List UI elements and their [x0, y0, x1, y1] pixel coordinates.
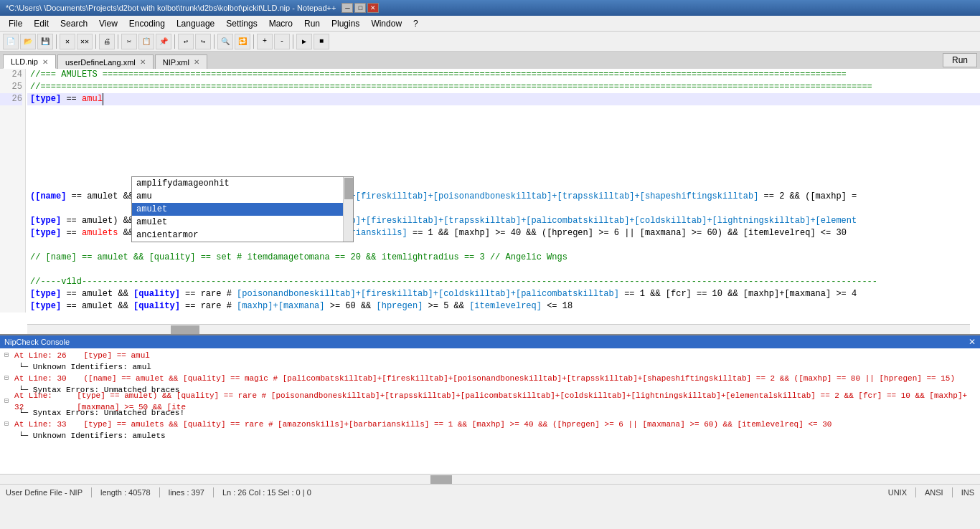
tab-nip-xml-close[interactable]: ✕ — [194, 58, 199, 66]
tab-userdefine-label: userDefineLang.xml — [65, 58, 136, 67]
line-num-25: 25 — [0, 81, 22, 93]
run-button[interactable]: Run — [943, 53, 977, 67]
line-num-35 — [0, 203, 22, 215]
line-ending: UNIX — [888, 488, 907, 497]
ac-item-amulet-selected[interactable]: amulet — [132, 203, 353, 216]
line-num-27 — [0, 105, 22, 118]
editor-area: 24 25 26 //=== AMULETS =================… — [0, 69, 980, 334]
ac-scrollbar[interactable] — [343, 177, 353, 242]
menu-file[interactable]: File — [3, 17, 28, 30]
editor-hscrollbar[interactable] — [27, 324, 970, 334]
menu-run[interactable]: Run — [298, 17, 326, 30]
console-close-button[interactable]: ✕ — [969, 337, 976, 347]
console-error-1-detail: └─ Unknown Identifiers: amul — [4, 361, 976, 373]
console-header: NipCheck Console ✕ — [0, 335, 980, 348]
code-line-42: [type] == amulet && [quality] == rare # … — [27, 288, 980, 300]
zoom-in-button[interactable]: + — [257, 34, 273, 49]
maximize-button[interactable]: □ — [354, 3, 366, 13]
console-error-3: ⊟ At Line: 32 [type] == amulet) && [qual… — [4, 396, 976, 407]
toolbar-sep2 — [95, 34, 96, 49]
encoding: ANSI — [925, 488, 943, 497]
ac-scroll-thumb — [344, 178, 353, 199]
menu-plugins[interactable]: Plugins — [326, 17, 365, 30]
run-macro-button[interactable]: ▶ — [296, 34, 312, 49]
line-num-36 — [0, 215, 22, 227]
toolbar-sep1 — [56, 34, 57, 49]
line-num-41 — [0, 276, 22, 288]
status-bar: User Define File - NIP length : 40578 li… — [0, 484, 980, 500]
close-all-button[interactable]: ✕✕ — [77, 34, 93, 49]
menu-encoding[interactable]: Encoding — [123, 17, 171, 30]
line-num-29 — [0, 130, 22, 142]
menu-macro[interactable]: Macro — [263, 17, 298, 30]
console-error-1: ⊟ At Line: 26 [type] == amul — [4, 350, 976, 361]
copy-button[interactable]: 📋 — [138, 34, 154, 49]
code-line-41: //----v1ld------------------------------… — [27, 276, 980, 288]
print-button[interactable]: 🖨 — [99, 34, 115, 49]
tab-lld-nip-close[interactable]: ✕ — [42, 58, 48, 66]
replace-button[interactable]: 🔁 — [235, 34, 250, 49]
bottom-scrollbar[interactable] — [0, 474, 980, 484]
toolbar-sep7 — [293, 34, 293, 49]
paste-button[interactable]: 📌 — [156, 34, 171, 49]
menu-view[interactable]: View — [93, 17, 123, 30]
open-button[interactable]: 📂 — [20, 34, 36, 49]
minimize-button[interactable]: ─ — [341, 3, 353, 13]
file-length: length : 40578 — [100, 488, 151, 497]
undo-button[interactable]: ↩ — [178, 34, 194, 49]
line-num-34 — [0, 191, 22, 203]
line-num-32 — [0, 166, 22, 178]
tab-lld-nip[interactable]: LLD.nip ✕ — [3, 54, 56, 69]
code-line-43: [type] == amulet && [quality] == rare # … — [27, 300, 980, 313]
tab-nip-xml-label: NIP.xml — [163, 58, 189, 67]
title-bar-controls: ─ □ ✕ — [341, 3, 379, 13]
cursor-position: Ln : 26 Col : 15 Sel : 0 | 0 — [222, 488, 311, 497]
ac-item-ancientarmor[interactable]: ancientarmor — [132, 229, 353, 242]
insert-mode: INS — [961, 488, 974, 497]
autocomplete-dropdown[interactable]: amplifydamageonhit amu amulet amulet anc… — [131, 176, 354, 242]
toolbar-sep6 — [253, 34, 254, 49]
ac-item-amplifydamageonhit[interactable]: amplifydamageonhit — [132, 177, 353, 190]
bottom-scroll-thumb — [430, 475, 452, 484]
line-num-31 — [0, 154, 22, 166]
line-num-42 — [0, 288, 22, 300]
menu-language[interactable]: Language — [171, 17, 220, 30]
tab-lld-nip-label: LLD.nip — [11, 57, 38, 66]
file-lines: lines : 397 — [169, 488, 204, 497]
menu-settings[interactable]: Settings — [220, 17, 263, 30]
ac-item-amu[interactable]: amu — [132, 190, 353, 203]
save-button[interactable]: 💾 — [37, 34, 53, 49]
zoom-out-button[interactable]: - — [274, 34, 290, 49]
code-content[interactable]: //=== AMULETS ==========================… — [27, 69, 980, 334]
close-button[interactable]: ✕ — [367, 3, 379, 13]
console-title: NipCheck Console — [4, 338, 70, 346]
menu-window[interactable]: Window — [365, 17, 407, 30]
redo-button[interactable]: ↪ — [195, 34, 211, 49]
toolbar-sep3 — [118, 34, 118, 49]
tab-userdefine-close[interactable]: ✕ — [140, 58, 146, 66]
close-file-button[interactable]: ✕ — [60, 34, 75, 49]
console-panel: NipCheck Console ✕ ⊟ At Line: 26 [type] … — [0, 334, 980, 474]
code-line-31 — [27, 154, 980, 166]
stop-macro-button[interactable]: ■ — [314, 34, 329, 49]
find-button[interactable]: 🔍 — [217, 34, 233, 49]
ac-item-amulet[interactable]: amulet — [132, 216, 353, 229]
new-button[interactable]: 📄 — [3, 34, 19, 49]
tab-userdefine[interactable]: userDefineLang.xml ✕ — [57, 54, 154, 69]
console-error-4-detail: └─ Unknown Identifiers: amulets — [4, 430, 976, 442]
tab-nip-xml[interactable]: NIP.xml ✕ — [155, 54, 207, 69]
code-line-40 — [27, 264, 980, 276]
line-num-30 — [0, 142, 22, 154]
code-line-39: // [name] == amulet && [quality] == set … — [27, 252, 980, 264]
line-num-43 — [0, 300, 22, 313]
console-error-2: ⊟ At Line: 30 ([name] == amulet && [qual… — [4, 373, 976, 384]
cut-button[interactable]: ✂ — [121, 34, 137, 49]
tab-bar: LLD.nip ✕ userDefineLang.xml ✕ NIP.xml ✕… — [0, 52, 980, 69]
menu-help[interactable]: ? — [407, 17, 424, 30]
menu-search[interactable]: Search — [55, 17, 93, 30]
menu-edit[interactable]: Edit — [28, 17, 55, 30]
menu-bar: File Edit Search View Encoding Language … — [0, 16, 980, 32]
toolbar-sep5 — [214, 34, 215, 49]
line-num-24: 24 — [0, 69, 22, 81]
line-num-38 — [0, 239, 22, 252]
